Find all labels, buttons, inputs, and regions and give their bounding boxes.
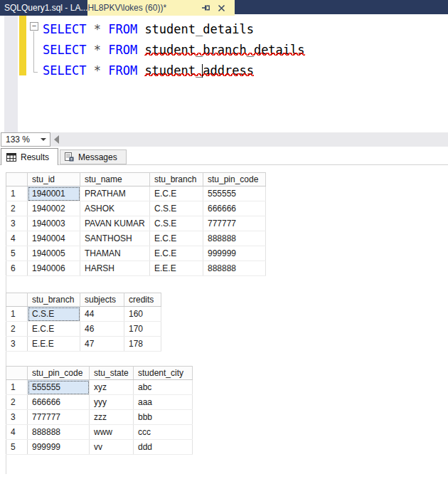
- column-header-stu_branch[interactable]: stu_branch: [150, 173, 203, 186]
- grid-cell[interactable]: THAMAN: [80, 246, 150, 261]
- row-number[interactable]: 1: [6, 186, 28, 201]
- grid-cell[interactable]: ASHOK: [80, 201, 150, 216]
- grid-cell[interactable]: 888888: [203, 231, 266, 246]
- grid-cell[interactable]: 999999: [203, 246, 266, 261]
- row-number[interactable]: 3: [6, 410, 28, 425]
- row-number[interactable]: 2: [6, 395, 28, 410]
- grid-cell[interactable]: 1940005: [28, 246, 80, 261]
- grid-cell[interactable]: 888888: [203, 261, 266, 276]
- grid-cell[interactable]: ccc: [134, 425, 193, 440]
- grid-cell[interactable]: PAVAN KUMAR: [80, 216, 150, 231]
- grid-cell[interactable]: PRATHAM: [80, 186, 150, 201]
- grid-cell[interactable]: zzz: [90, 410, 134, 425]
- tab-title: HL8PKV\lokes (60))*: [87, 0, 166, 16]
- close-icon[interactable]: [218, 4, 225, 12]
- grid-cell[interactable]: 1940003: [28, 216, 80, 231]
- column-header-stu_branch[interactable]: stu_branch: [28, 293, 80, 307]
- column-header-credits[interactable]: credits: [124, 293, 161, 307]
- column-header-stu_pin_code[interactable]: stu_pin_code: [28, 367, 90, 380]
- sql-operator: *: [94, 22, 101, 36]
- result-set-1: stu_idstu_namestu_branchstu_pin_code1194…: [6, 172, 448, 276]
- grid-cell[interactable]: 777777: [203, 216, 266, 231]
- query-editor-pane[interactable]: − SELECT * FROM student_details SELECT *…: [0, 16, 448, 132]
- row-number[interactable]: 5: [6, 246, 28, 261]
- grid-cell[interactable]: 888888: [28, 425, 90, 440]
- select-all-corner[interactable]: [6, 367, 28, 380]
- column-header-stu_id[interactable]: stu_id: [28, 173, 80, 186]
- grid-cell[interactable]: www: [90, 425, 134, 440]
- selected-grid-cell[interactable]: 555555: [28, 380, 90, 395]
- column-header-student_city[interactable]: student_city: [134, 367, 193, 380]
- horizontal-scrollbar[interactable]: [50, 132, 448, 147]
- row-number[interactable]: 2: [6, 201, 28, 216]
- code-line-3[interactable]: SELECT * FROM student_address: [0, 61, 448, 81]
- row-number[interactable]: 1: [6, 307, 28, 322]
- selected-grid-cell[interactable]: 1940001: [28, 186, 80, 201]
- grid-cell[interactable]: aaa: [134, 395, 193, 410]
- grid-cell[interactable]: xyz: [90, 380, 134, 395]
- grid-cell[interactable]: C.S.E: [150, 201, 203, 216]
- grid-cell[interactable]: 1940006: [28, 261, 80, 276]
- grid-cell[interactable]: 999999: [28, 440, 90, 455]
- document-tab[interactable]: SQLQuery1.sql - LA... HL8PKV\lokes (60))…: [0, 0, 235, 16]
- select-all-corner[interactable]: [6, 173, 28, 186]
- row-number[interactable]: 5: [6, 440, 28, 455]
- column-header-stu_name[interactable]: stu_name: [80, 173, 150, 186]
- grid-cell[interactable]: C.S.E: [150, 216, 203, 231]
- row-number[interactable]: 3: [6, 337, 28, 352]
- sql-keyword: FROM: [108, 43, 137, 57]
- row-number[interactable]: 4: [6, 425, 28, 440]
- grid-row: 4888888wwwccc: [6, 425, 193, 440]
- grid-cell[interactable]: abc: [134, 380, 193, 395]
- grid-cell[interactable]: E.C.E: [28, 322, 80, 337]
- grid-cell[interactable]: E.C.E: [150, 231, 203, 246]
- grid-row: 11940001PRATHAME.C.E555555: [6, 186, 266, 201]
- grid-cell[interactable]: ddd: [134, 440, 193, 455]
- tab-messages[interactable]: Messages: [60, 149, 127, 164]
- grid-cell[interactable]: SANTHOSH: [80, 231, 150, 246]
- grid-cell[interactable]: 666666: [28, 395, 90, 410]
- grid-cell[interactable]: 170: [124, 322, 161, 337]
- row-number[interactable]: 3: [6, 216, 28, 231]
- grid-cell[interactable]: 46: [80, 322, 124, 337]
- column-header-stu_state[interactable]: stu_state: [90, 367, 134, 380]
- scroll-left-arrow-icon[interactable]: [54, 135, 59, 144]
- grid-cell[interactable]: 178: [124, 337, 161, 352]
- grid-cell[interactable]: HARSH: [80, 261, 150, 276]
- select-all-corner[interactable]: [6, 293, 28, 307]
- grid-cell[interactable]: 1940002: [28, 201, 80, 216]
- grid-cell[interactable]: 777777: [28, 410, 90, 425]
- column-header-stu_pin_code[interactable]: stu_pin_code: [203, 173, 266, 186]
- row-number[interactable]: 2: [6, 322, 28, 337]
- table-name-error-squiggle: student_address: [144, 63, 254, 78]
- grid-cell[interactable]: 44: [80, 307, 124, 322]
- results-tab-strip: Results Messages: [0, 147, 448, 165]
- grid-cell[interactable]: yyy: [90, 395, 134, 410]
- grid-cell[interactable]: 160: [124, 307, 161, 322]
- code-line-1[interactable]: SELECT * FROM student_details: [0, 19, 448, 40]
- code-line-2[interactable]: SELECT * FROM student_branch_details: [0, 40, 448, 61]
- pin-icon[interactable]: [202, 4, 210, 12]
- result-grid: stu_branchsubjectscredits1C.S.E441602E.C…: [6, 293, 161, 352]
- grid-cell[interactable]: E.C.E: [150, 186, 203, 201]
- grid-cell[interactable]: E.C.E: [150, 246, 203, 261]
- row-number[interactable]: 1: [6, 380, 28, 395]
- selected-grid-cell[interactable]: C.S.E: [28, 307, 80, 322]
- table-name: student_details: [144, 22, 254, 36]
- tab-results[interactable]: Results: [1, 148, 58, 165]
- grid-cell[interactable]: 555555: [203, 186, 266, 201]
- zoom-level-select[interactable]: 133 %: [1, 132, 50, 147]
- row-number[interactable]: 4: [6, 231, 28, 246]
- row-number[interactable]: 6: [6, 261, 28, 276]
- grid-cell[interactable]: vv: [90, 440, 134, 455]
- grid-cell[interactable]: bbb: [134, 410, 193, 425]
- grid-cell[interactable]: 47: [80, 337, 124, 352]
- sql-keyword: SELECT: [43, 63, 86, 78]
- grid-cell[interactable]: 666666: [203, 201, 266, 216]
- grid-cell[interactable]: E.E.E: [150, 261, 203, 276]
- grid-cell[interactable]: E.E.E: [28, 337, 80, 352]
- grid-cell[interactable]: 1940004: [28, 231, 80, 246]
- tab-messages-label: Messages: [78, 152, 117, 162]
- grid-row: 2666666yyyaaa: [6, 395, 193, 410]
- column-header-subjects[interactable]: subjects: [80, 293, 124, 307]
